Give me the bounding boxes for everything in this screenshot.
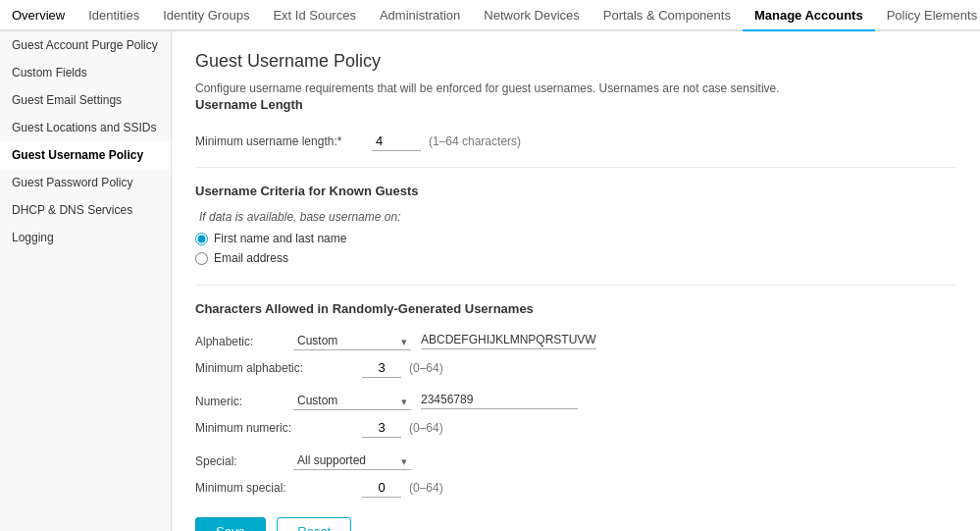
- reset-button[interactable]: Reset: [277, 517, 351, 531]
- criteria-title: Username Criteria for Known Guests: [195, 184, 956, 198]
- description-text: Configure username requirements that wil…: [195, 81, 956, 95]
- nav-item-portals-components[interactable]: Portals & Components: [592, 0, 743, 31]
- nav-item-identity-groups[interactable]: Identity Groups: [151, 0, 261, 31]
- sidebar-item-guest-email-settings[interactable]: Guest Email Settings: [0, 86, 171, 114]
- numeric-row: Numeric: Custom All supported None 23456…: [195, 392, 956, 410]
- divider-1: [195, 167, 956, 168]
- username-length-title: Username Length: [195, 97, 956, 112]
- min-numeric-row: Minimum numeric: (0–64): [195, 418, 956, 438]
- min-length-hint: (1–64 characters): [429, 134, 521, 148]
- page-title: Guest Username Policy: [195, 51, 956, 72]
- sidebar-item-guest-username-policy[interactable]: Guest Username Policy: [0, 141, 171, 169]
- nav-item-manage-accounts[interactable]: Manage Accounts: [743, 0, 875, 31]
- top-navigation: OverviewIdentitiesIdentity GroupsExt Id …: [0, 0, 980, 31]
- min-numeric-label: Minimum numeric:: [195, 421, 362, 435]
- radio-email-row: Email address: [195, 251, 956, 265]
- radio-email[interactable]: [195, 252, 208, 265]
- special-dropdown-wrapper: All supported Custom None: [293, 451, 411, 470]
- min-special-label: Minimum special:: [195, 481, 362, 495]
- numeric-dropdown-wrapper: Custom All supported None: [293, 392, 411, 410]
- sidebar-item-guest-account-purge[interactable]: Guest Account Purge Policy: [0, 31, 171, 59]
- min-numeric-input[interactable]: [362, 418, 401, 438]
- radio-first-last[interactable]: [195, 233, 208, 245]
- min-length-input[interactable]: [372, 132, 421, 151]
- nav-item-policy-elements[interactable]: Policy Elements: [875, 0, 980, 31]
- nav-item-overview[interactable]: Overview: [0, 0, 77, 31]
- main-layout: Guest Account Purge PolicyCustom FieldsG…: [0, 31, 980, 531]
- nav-item-ext-id-sources[interactable]: Ext Id Sources: [261, 0, 368, 31]
- min-special-hint: (0–64): [409, 481, 443, 495]
- min-alpha-input[interactable]: [362, 358, 401, 378]
- special-label: Special:: [195, 454, 293, 468]
- min-length-row: Minimum username length:* (1–64 characte…: [195, 132, 956, 151]
- sidebar-item-guest-locations-ssids[interactable]: Guest Locations and SSIDs: [0, 114, 171, 141]
- sidebar-item-custom-fields[interactable]: Custom Fields: [0, 59, 171, 86]
- radio-first-last-label: First name and last name: [214, 232, 346, 245]
- sidebar-item-logging[interactable]: Logging: [0, 224, 171, 251]
- alphabetic-value: ABCDEFGHIJKLMNPQRSTUVW: [421, 333, 596, 349]
- char-section-title: Characters Allowed in Randomly-Generated…: [195, 301, 956, 316]
- description-block: Configure username requirements that wil…: [195, 81, 956, 112]
- min-special-row: Minimum special: (0–64): [195, 478, 956, 498]
- nav-item-identities[interactable]: Identities: [77, 0, 151, 31]
- sidebar-item-guest-password-policy[interactable]: Guest Password Policy: [0, 169, 171, 196]
- actions-row: Save Reset: [195, 517, 956, 531]
- criteria-block: Username Criteria for Known Guests If da…: [195, 184, 956, 265]
- sidebar: Guest Account Purge PolicyCustom FieldsG…: [0, 31, 172, 531]
- sidebar-item-dhcp-dns-services[interactable]: DHCP & DNS Services: [0, 196, 171, 224]
- min-alpha-row: Minimum alphabetic: (0–64): [195, 358, 956, 378]
- alphabetic-row: Alphabetic: Custom All supported None AB…: [195, 332, 956, 350]
- nav-item-network-devices[interactable]: Network Devices: [472, 0, 592, 31]
- special-row: Special: All supported Custom None: [195, 451, 956, 470]
- special-dropdown[interactable]: All supported Custom None: [293, 451, 411, 470]
- alphabetic-label: Alphabetic:: [195, 335, 293, 348]
- min-special-input[interactable]: [362, 478, 401, 498]
- alphabetic-dropdown-wrapper: Custom All supported None: [293, 332, 411, 350]
- divider-2: [195, 285, 956, 286]
- nav-item-administration[interactable]: Administration: [368, 0, 472, 31]
- min-alpha-hint: (0–64): [409, 361, 443, 375]
- save-button[interactable]: Save: [195, 517, 266, 531]
- numeric-label: Numeric:: [195, 395, 293, 408]
- criteria-subtitle: If data is available, base username on:: [199, 210, 956, 224]
- radio-first-last-row: First name and last name: [195, 232, 956, 245]
- main-content: Guest Username Policy Configure username…: [172, 31, 980, 531]
- numeric-value: 23456789: [421, 393, 578, 409]
- radio-email-label: Email address: [214, 251, 288, 265]
- min-alpha-label: Minimum alphabetic:: [195, 361, 362, 375]
- min-numeric-hint: (0–64): [409, 421, 443, 435]
- numeric-dropdown[interactable]: Custom All supported None: [293, 392, 411, 410]
- min-length-label: Minimum username length:*: [195, 134, 372, 148]
- alphabetic-dropdown[interactable]: Custom All supported None: [293, 332, 411, 350]
